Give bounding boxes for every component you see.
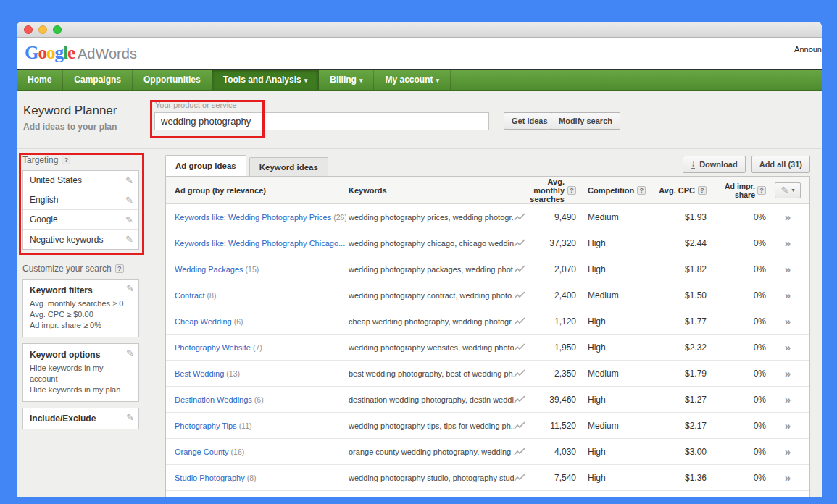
add-to-plan-button[interactable]: »	[785, 342, 791, 353]
ad-group-link[interactable]: Wedding Packages	[175, 265, 243, 274]
targeting-item-united-states[interactable]: United States✎	[23, 171, 138, 190]
trend-chart-icon[interactable]	[514, 291, 525, 300]
ad-group-link[interactable]: Photography Tips	[175, 421, 237, 430]
announcements-link[interactable]: Announ	[794, 45, 822, 54]
ad-group-link[interactable]: Photography Website	[175, 343, 251, 352]
ad-group-link[interactable]: Contract	[175, 291, 205, 300]
trend-chart-icon[interactable]	[514, 239, 525, 248]
nav-item-home[interactable]: Home	[17, 70, 63, 90]
ad-impr-share-value: 0%	[707, 230, 766, 256]
nav-item-opportunities[interactable]: Opportunities	[133, 70, 212, 90]
add-to-plan-button[interactable]: »	[785, 368, 791, 379]
modify-search-button[interactable]: Modify search	[551, 112, 620, 130]
tab-ad-group-ideas[interactable]: Ad group ideas	[165, 155, 246, 176]
trend-chart-icon[interactable]	[514, 265, 525, 274]
add-to-plan-button[interactable]: »	[785, 211, 791, 222]
ad-group-count: (13)	[226, 369, 240, 378]
ad-group-link[interactable]: Destination Weddings	[175, 395, 252, 404]
pencil-icon: ✎	[781, 185, 789, 196]
download-button[interactable]: ↓ Download	[683, 156, 746, 173]
trend-chart-icon[interactable]	[514, 421, 525, 430]
help-icon[interactable]: ?	[757, 186, 766, 195]
edit-pencil-icon[interactable]: ✎	[125, 195, 133, 206]
add-all-button[interactable]: Add all (31)	[751, 156, 810, 173]
add-to-plan-button[interactable]: »	[785, 394, 791, 405]
column-label: Ad group (by relevance)	[175, 186, 266, 195]
help-icon[interactable]: ?	[637, 186, 646, 195]
keyword-options-box[interactable]: ✎ Keyword options Hide keywords in my ac…	[22, 343, 139, 402]
keyword-filters-box[interactable]: ✎ Keyword filters Avg. monthly searches …	[22, 279, 139, 337]
edit-pencil-icon[interactable]: ✎	[125, 214, 133, 225]
help-icon[interactable]: ?	[62, 156, 70, 164]
help-icon[interactable]: ?	[115, 264, 124, 273]
ad-group-link[interactable]: Keywords like: Wedding Photography Price…	[175, 213, 331, 222]
minimize-button[interactable]	[38, 25, 47, 34]
add-to-plan-button[interactable]: »	[785, 264, 791, 274]
column-label: Avg. monthly searches	[521, 177, 565, 203]
edit-pencil-icon[interactable]: ✎	[126, 348, 134, 358]
ad-group-link[interactable]: Cheap Wedding	[175, 317, 232, 326]
trend-chart-icon[interactable]	[514, 369, 525, 378]
product-service-input[interactable]	[154, 112, 489, 130]
get-ideas-button[interactable]: Get ideas	[504, 112, 556, 130]
column-header-keywords[interactable]: Keywords	[346, 177, 514, 203]
column-header-searches[interactable]: Avg. monthly searches ?	[514, 177, 576, 203]
add-to-plan-button[interactable]: »	[785, 316, 791, 327]
include-exclude-box[interactable]: ✎ Include/Exclude	[22, 408, 139, 429]
chevron-down-icon: ▾	[304, 77, 308, 84]
competition-value: High	[576, 387, 646, 412]
ad-group-count: (15)	[246, 265, 259, 274]
column-label: Avg. CPC	[659, 186, 695, 195]
nav-item-billing[interactable]: Billing▾	[319, 70, 374, 90]
targeting-item-google[interactable]: Google✎	[23, 210, 138, 230]
column-header-cpc[interactable]: Avg. CPC ?	[646, 177, 707, 203]
competition-value: High	[576, 335, 646, 360]
edit-pencil-icon[interactable]: ✎	[126, 283, 134, 294]
add-to-plan-button[interactable]: »	[785, 472, 791, 483]
edit-pencil-icon[interactable]: ✎	[125, 175, 133, 186]
ad-group-link[interactable]: Orange County	[175, 448, 229, 456]
keywords-cell: wedding photography tips, tips for weddi…	[346, 413, 514, 438]
maximize-button[interactable]	[53, 25, 62, 34]
trend-chart-icon[interactable]	[514, 474, 525, 482]
column-header-impr-share[interactable]: Ad impr. share ?	[707, 177, 766, 203]
edit-columns-button[interactable]: ✎ ▾	[775, 182, 801, 198]
table-row: Cheap Wedding (6) cheap wedding photogra…	[166, 308, 809, 335]
targeting-item-english[interactable]: English✎	[23, 190, 138, 210]
column-label: Keywords	[349, 186, 387, 195]
adwords-logo: GoogleAdWords	[25, 43, 137, 63]
nav-item-tools-and-analysis[interactable]: Tools and Analysis▾	[212, 70, 320, 90]
add-to-plan-button[interactable]: »	[785, 290, 791, 301]
trend-chart-icon[interactable]	[514, 448, 525, 456]
trend-chart-icon[interactable]	[514, 317, 525, 326]
add-to-plan-button[interactable]: »	[785, 446, 791, 457]
column-header-ad-group[interactable]: Ad group (by relevance)	[166, 177, 346, 203]
help-icon[interactable]: ?	[698, 186, 707, 195]
keywords-cell: wedding photography chicago, chicago wed…	[346, 230, 514, 256]
nav-item-my-account[interactable]: My account▾	[374, 70, 451, 90]
edit-pencil-icon[interactable]: ✎	[125, 234, 133, 245]
avg-cpc-value: $1.77	[646, 308, 707, 334]
download-icon: ↓	[691, 160, 695, 169]
targeting-item-label: Negative keywords	[30, 235, 103, 245]
close-button[interactable]	[24, 25, 33, 34]
nav-item-campaigns[interactable]: Campaigns	[63, 70, 133, 90]
add-to-plan-button[interactable]: »	[785, 238, 791, 248]
column-header-competition[interactable]: Competition ?	[576, 177, 646, 203]
add-to-plan-button[interactable]: »	[785, 420, 791, 431]
avg-cpc-value: $1.82	[646, 256, 707, 282]
ad-group-link[interactable]: Best Wedding	[175, 369, 224, 378]
trend-chart-icon[interactable]	[514, 213, 525, 222]
ad-group-link[interactable]: Studio Photography	[175, 474, 245, 482]
trend-chart-icon[interactable]	[514, 395, 525, 404]
tab-keyword-ideas[interactable]: Keyword ideas	[249, 157, 328, 176]
help-icon[interactable]: ?	[567, 186, 576, 195]
ad-group-count: (11)	[239, 421, 252, 430]
ad-group-link[interactable]: Keywords like: Wedding Photography Chica…	[175, 239, 345, 248]
ad-group-count: (7)	[253, 343, 262, 352]
avg-cpc-value: $2.44	[646, 230, 707, 256]
trend-chart-icon[interactable]	[514, 343, 525, 352]
targeting-item-negative-keywords[interactable]: Negative keywords✎	[23, 230, 138, 249]
edit-pencil-icon[interactable]: ✎	[126, 412, 134, 423]
google-logo: Google	[25, 43, 75, 62]
